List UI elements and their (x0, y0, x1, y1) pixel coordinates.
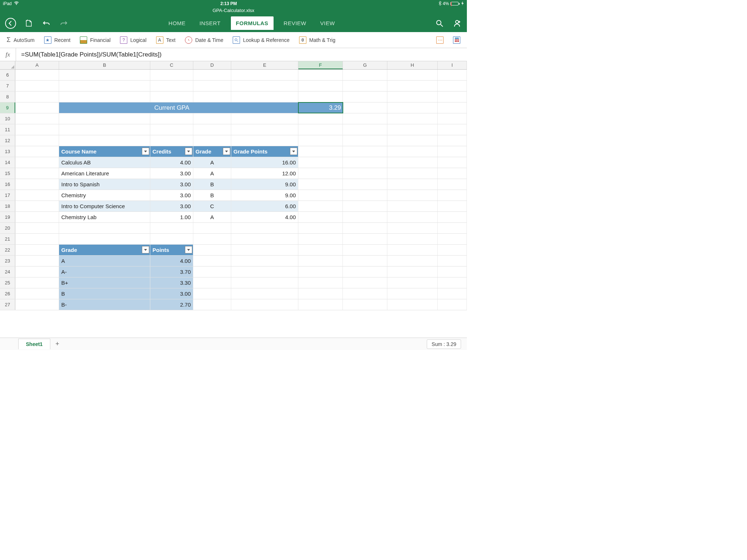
row-header-15[interactable]: 15 (0, 168, 15, 179)
autosum-button[interactable]: Σ AutoSum (4, 35, 38, 45)
cell-A18[interactable] (15, 201, 59, 211)
sum-display[interactable]: Sum : 3.29 (427, 339, 461, 349)
cell-D10[interactable] (193, 113, 231, 124)
file-button[interactable] (24, 19, 34, 28)
cell-A8[interactable] (15, 92, 59, 102)
cell-E20[interactable] (231, 223, 298, 233)
redo-button[interactable] (59, 19, 69, 28)
cell-A19[interactable] (15, 212, 59, 222)
row-header-14[interactable]: 14 (0, 157, 15, 168)
cell-E10[interactable] (231, 113, 298, 124)
tab-view[interactable]: VIEW (317, 17, 338, 29)
cell-C12[interactable] (150, 135, 193, 146)
cell-D21[interactable] (193, 234, 231, 244)
row-header-22[interactable]: 22 (0, 245, 15, 255)
cell-B22[interactable]: Grade (59, 245, 150, 255)
cell-I12[interactable] (438, 135, 467, 146)
fx-label[interactable]: fx (0, 48, 16, 61)
lookup-button[interactable]: Lookup & Reference (230, 35, 293, 45)
cell-E12[interactable] (231, 135, 298, 146)
cell-I9[interactable] (438, 102, 467, 113)
cell-H6[interactable] (387, 70, 438, 80)
recent-button[interactable]: ★ Recent (41, 35, 73, 45)
cell-E17[interactable]: 9.00 (231, 190, 298, 201)
cell-F20[interactable] (298, 223, 343, 233)
search-button[interactable] (435, 19, 444, 28)
cell-H17[interactable] (387, 190, 438, 201)
cell-C8[interactable] (150, 92, 193, 102)
cell-H10[interactable] (387, 113, 438, 124)
cell-D25[interactable] (193, 277, 231, 288)
cell-I7[interactable] (438, 81, 467, 91)
cell-F17[interactable] (298, 190, 343, 201)
col-header-B[interactable]: B (59, 61, 150, 69)
cell-D17[interactable]: B (193, 190, 231, 201)
cell-F25[interactable] (298, 277, 343, 288)
cell-A16[interactable] (15, 179, 59, 190)
cell-B24[interactable]: A- (59, 267, 150, 277)
cell-I16[interactable] (438, 179, 467, 190)
cell-G23[interactable] (343, 256, 387, 266)
row-header-12[interactable]: 12 (0, 135, 15, 146)
cell-G7[interactable] (343, 81, 387, 91)
cell-G27[interactable] (343, 299, 387, 310)
cell-E19[interactable]: 4.00 (231, 212, 298, 222)
cell-G22[interactable] (343, 245, 387, 255)
cell-C24[interactable]: 3.70 (150, 267, 193, 277)
add-sheet-button[interactable]: + (50, 338, 65, 350)
cell-F16[interactable] (298, 179, 343, 190)
cell-G18[interactable] (343, 201, 387, 211)
cell-G15[interactable] (343, 168, 387, 179)
tab-home[interactable]: HOME (165, 17, 189, 29)
cell-F27[interactable] (298, 299, 343, 310)
cell-B20[interactable] (59, 223, 150, 233)
cell-H25[interactable] (387, 277, 438, 288)
cell-H23[interactable] (387, 256, 438, 266)
cell-D15[interactable]: A (193, 168, 231, 179)
cell-B8[interactable] (59, 92, 150, 102)
datetime-button[interactable]: Date & Time (182, 35, 226, 45)
cell-C6[interactable] (150, 70, 193, 80)
tab-insert[interactable]: INSERT (196, 17, 224, 29)
cell-I17[interactable] (438, 190, 467, 201)
row-header-6[interactable]: 6 (0, 70, 15, 80)
row-header-18[interactable]: 18 (0, 201, 15, 211)
cell-A25[interactable] (15, 277, 59, 288)
cell-A6[interactable] (15, 70, 59, 80)
cell-E15[interactable]: 12.00 (231, 168, 298, 179)
cell-I25[interactable] (438, 277, 467, 288)
row-header-19[interactable]: 19 (0, 212, 15, 222)
row-header-23[interactable]: 23 (0, 256, 15, 266)
formula-input[interactable]: =SUM(Table1[Grade Points])/SUM(Table1[Cr… (16, 51, 467, 58)
cell-C14[interactable]: 4.00 (150, 157, 193, 168)
spreadsheet-grid[interactable]: A B C D E F G H I 6789Current GPA3.29101… (0, 61, 467, 310)
cell-C17[interactable]: 3.00 (150, 190, 193, 201)
cell-E14[interactable]: 16.00 (231, 157, 298, 168)
cell-I20[interactable] (438, 223, 467, 233)
cell-A7[interactable] (15, 81, 59, 91)
cell-C15[interactable]: 3.00 (150, 168, 193, 179)
back-button[interactable] (5, 18, 16, 29)
tab-formulas[interactable]: FORMULAS (231, 16, 274, 30)
cell-G26[interactable] (343, 288, 387, 299)
cell-A27[interactable] (15, 299, 59, 310)
row-header-26[interactable]: 26 (0, 288, 15, 299)
cell-E7[interactable] (231, 81, 298, 91)
cell-G9[interactable] (343, 102, 387, 113)
cell-H14[interactable] (387, 157, 438, 168)
cell-E13[interactable]: Grade Points (231, 146, 298, 157)
cell-H8[interactable] (387, 92, 438, 102)
cell-B10[interactable] (59, 113, 150, 124)
cell-D13[interactable]: Grade (193, 146, 231, 157)
cell-I22[interactable] (438, 245, 467, 255)
cell-D22[interactable] (193, 245, 231, 255)
cell-D16[interactable]: B (193, 179, 231, 190)
cell-H22[interactable] (387, 245, 438, 255)
col-header-H[interactable]: H (387, 61, 438, 69)
row-header-17[interactable]: 17 (0, 190, 15, 201)
cell-H7[interactable] (387, 81, 438, 91)
cell-B14[interactable]: Calculus AB (59, 157, 150, 168)
cell-H19[interactable] (387, 212, 438, 222)
filter-button[interactable] (223, 148, 230, 155)
cell-H16[interactable] (387, 179, 438, 190)
